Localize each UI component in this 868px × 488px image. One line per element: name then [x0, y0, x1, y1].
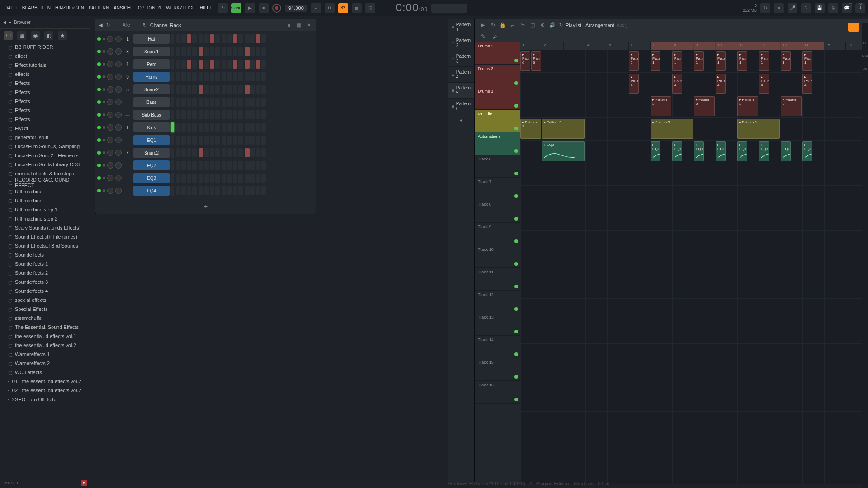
channel-mute[interactable]: [103, 164, 105, 167]
ruler-bar[interactable]: 3: [564, 42, 585, 50]
step-button[interactable]: [233, 123, 237, 132]
step-button[interactable]: [192, 47, 197, 56]
playlist-clip[interactable]: ▸ EQ2: [542, 141, 585, 161]
step-button[interactable]: [250, 148, 255, 157]
step-button[interactable]: [199, 47, 203, 56]
step-button[interactable]: [227, 148, 232, 157]
time-selection[interactable]: [651, 42, 824, 50]
channel-select[interactable]: [171, 34, 174, 44]
step-button[interactable]: [238, 98, 243, 107]
step-button[interactable]: [181, 60, 186, 69]
playlist-clip[interactable]: ▸ Pa..n 6: [531, 51, 541, 71]
channel-select[interactable]: [171, 59, 174, 69]
step-button[interactable]: [215, 148, 220, 157]
step-button[interactable]: [210, 72, 214, 81]
channel-vol[interactable]: [115, 162, 122, 169]
track-header[interactable]: Track 11: [475, 268, 520, 291]
browser-current-icon[interactable]: ◐: [44, 31, 53, 40]
song-mode-toggle[interactable]: SONG: [231, 3, 241, 13]
record-button[interactable]: [272, 4, 281, 13]
channel-pan[interactable]: [107, 99, 113, 105]
pl-loop-icon[interactable]: ↻: [559, 23, 563, 28]
channel-select[interactable]: [171, 135, 174, 145]
step-button[interactable]: [181, 161, 186, 170]
step-button[interactable]: [245, 136, 250, 145]
step-button[interactable]: [181, 136, 186, 145]
step-button[interactable]: [261, 60, 266, 69]
channel-pan[interactable]: [107, 162, 113, 169]
minimize-button[interactable]: —: [835, 2, 844, 9]
channel-vol[interactable]: [115, 175, 122, 181]
browser-item[interactable]: FlyOff: [0, 124, 90, 133]
step-button[interactable]: [181, 34, 186, 43]
playlist-clip[interactable]: ▸ Pa..n 1: [759, 51, 769, 71]
pattern-item[interactable]: Pattern 2: [448, 35, 474, 51]
playlist-clip[interactable]: ▸ EQ1: [759, 141, 769, 161]
browser-item[interactable]: Soundeffects 3: [0, 277, 90, 286]
playlist-clip[interactable]: ▸ EQ1: [737, 141, 747, 161]
step-button[interactable]: [215, 161, 220, 170]
step-button[interactable]: [250, 60, 255, 69]
track-header[interactable]: Track 6: [475, 155, 520, 178]
browser-item[interactable]: Riff machine: [0, 187, 90, 196]
step-button[interactable]: [187, 161, 191, 170]
channel-pan[interactable]: [107, 150, 113, 156]
step-button[interactable]: [199, 85, 203, 94]
playlist-clip[interactable]: ▸ Pattern 3: [542, 119, 585, 139]
tag-item[interactable]: FF: [17, 481, 22, 485]
channel-mute[interactable]: [103, 38, 105, 40]
playlist-clip[interactable]: ▸ Pa..n 1: [716, 51, 726, 71]
channel-vol[interactable]: [115, 112, 122, 118]
step-button[interactable]: [222, 34, 226, 43]
step-button[interactable]: [238, 123, 243, 132]
track-header[interactable]: Track 9: [475, 223, 520, 245]
step-button[interactable]: [215, 174, 220, 183]
step-button[interactable]: [192, 110, 197, 119]
sync-button[interactable]: ↻: [760, 3, 770, 13]
playlist-clip[interactable]: ▸ Pa..n 1: [672, 51, 682, 71]
step-button[interactable]: [199, 72, 203, 81]
track-mute-dot[interactable]: [514, 59, 518, 62]
step-button[interactable]: [192, 123, 197, 132]
side-tab[interactable]: Inh: [862, 41, 867, 45]
browser-all-icon[interactable]: ⬚: [4, 31, 13, 40]
cr-add-channel[interactable]: +: [95, 199, 316, 214]
step-button[interactable]: [187, 110, 191, 119]
tag-close-icon[interactable]: ✕: [81, 480, 87, 486]
step-button[interactable]: [261, 174, 266, 183]
channel-vol[interactable]: [115, 36, 122, 42]
step-button[interactable]: [204, 110, 209, 119]
step-button[interactable]: [181, 174, 186, 183]
browser-item[interactable]: Effects: [0, 97, 90, 106]
track-mute-dot[interactable]: [514, 149, 518, 153]
step-button[interactable]: [250, 85, 255, 94]
browser-menu-icon[interactable]: ▾: [9, 20, 11, 25]
browser-item[interactable]: LucasFilm Sou..2 - Elements: [0, 151, 90, 160]
step-button[interactable]: [210, 123, 214, 132]
channel-select[interactable]: [171, 72, 174, 82]
step-button[interactable]: [204, 161, 209, 170]
playlist-clip[interactable]: ▸ Pa..n 4: [759, 74, 769, 94]
step-button[interactable]: [204, 85, 209, 94]
track-mute-dot[interactable]: [514, 172, 518, 175]
step-button[interactable]: [256, 161, 260, 170]
step-button[interactable]: [222, 98, 226, 107]
channel-button[interactable]: Bass: [133, 97, 170, 107]
playlist-clip[interactable]: ▸ Pattern 5: [737, 96, 758, 116]
step-button[interactable]: [227, 85, 232, 94]
browser-list[interactable]: BB RUFF RIDEReffectEffect tutorialseffec…: [0, 42, 90, 478]
playlist-lane[interactable]: [520, 253, 868, 276]
playlist-lane[interactable]: [520, 231, 868, 253]
audio-settings-button[interactable]: 🎤: [788, 3, 797, 13]
step-button[interactable]: [181, 148, 186, 157]
midi-settings-button[interactable]: ✕: [774, 3, 784, 13]
step-button[interactable]: [245, 72, 250, 81]
step-button[interactable]: [176, 85, 180, 94]
playlist-lane[interactable]: [520, 366, 868, 389]
step-button[interactable]: [233, 148, 237, 157]
step-button[interactable]: [176, 186, 180, 195]
playlist-clip[interactable]: ▸ Pa..n 4: [629, 74, 639, 94]
step-button[interactable]: [187, 72, 191, 81]
step-button[interactable]: [181, 72, 186, 81]
browser-item[interactable]: Warnereffects 2: [0, 359, 90, 368]
